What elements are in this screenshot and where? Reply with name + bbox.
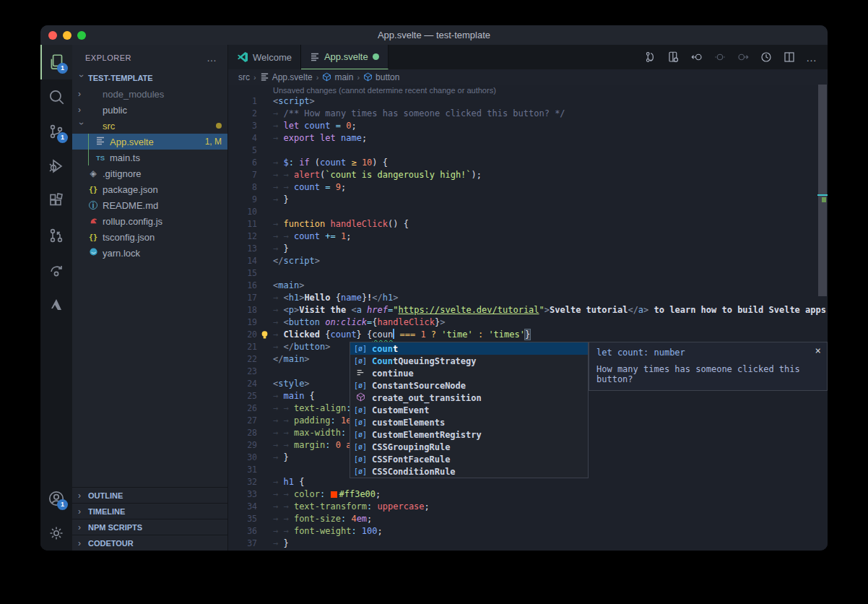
section-codetour[interactable]: ›CODETOUR bbox=[72, 535, 227, 551]
suggestion-cssfontfacerule[interactable]: [ø]CSSFontFaceRule bbox=[350, 453, 588, 465]
breadcrumb-src[interactable]: src bbox=[238, 72, 250, 82]
compare-commits-icon[interactable] bbox=[644, 51, 657, 64]
code-line-10[interactable]: 10 bbox=[228, 206, 828, 218]
activity-pull-request-icon[interactable] bbox=[40, 218, 72, 253]
code-line-19[interactable]: 19→ <button on:click={handleClick}> bbox=[228, 316, 828, 329]
json-file-icon: {} bbox=[87, 232, 100, 242]
change-dot-icon[interactable] bbox=[713, 51, 726, 64]
tree-item-package-json[interactable]: {}package.json bbox=[72, 181, 227, 197]
activity-azure-icon[interactable] bbox=[40, 288, 72, 322]
tree-item--gitignore[interactable]: ◈.gitignore bbox=[72, 165, 227, 181]
tree-item-rollup-config-js[interactable]: rollup.config.js bbox=[72, 213, 227, 229]
tree-item-app-svelte[interactable]: App.svelte1, M bbox=[72, 134, 227, 150]
activity-live-share-icon[interactable] bbox=[40, 253, 72, 288]
code-line-33[interactable]: 33→ → color: #ff3e00; bbox=[228, 488, 828, 501]
symbol-var-icon: [ø] bbox=[353, 418, 368, 426]
activity-extensions-icon[interactable] bbox=[40, 184, 72, 218]
activity-files-icon[interactable]: 1 bbox=[40, 45, 72, 79]
suggestion-continue[interactable]: continue bbox=[350, 367, 588, 379]
breadcrumb-button[interactable]: button bbox=[363, 72, 399, 82]
code-line-7[interactable]: 7→ → alert(`count is dangerously high!`)… bbox=[228, 169, 828, 181]
pull-request-icon bbox=[48, 227, 65, 244]
suggestion-customelements[interactable]: [ø]customElements bbox=[350, 416, 588, 428]
suggestion-customelementregistry[interactable]: [ø]CustomElementRegistry bbox=[350, 428, 588, 441]
section-timeline[interactable]: ›TIMELINE bbox=[72, 503, 227, 519]
activity-source-control-icon[interactable]: 1 bbox=[40, 114, 72, 149]
suggestion-create_out_transition[interactable]: create_out_transition bbox=[350, 392, 588, 404]
tree-item-yarn-lock[interactable]: yarn.lock bbox=[72, 245, 227, 261]
code-line-2[interactable]: 2→ /** How many times has someone clicke… bbox=[228, 108, 828, 120]
color-swatch[interactable] bbox=[331, 491, 337, 498]
svelte-file-icon bbox=[310, 52, 320, 62]
split-editor-icon[interactable] bbox=[783, 51, 796, 64]
code-line-4[interactable]: 4→ export let name; bbox=[228, 132, 828, 144]
previous-change-icon[interactable] bbox=[690, 51, 703, 64]
more-actions-icon[interactable]: … bbox=[806, 51, 817, 64]
suggestion-label: CSSFontFaceRule bbox=[372, 454, 450, 465]
indent-guide bbox=[88, 134, 89, 165]
suggestion-cssconditionrule[interactable]: [ø]CSSConditionRule bbox=[350, 465, 588, 478]
suggestion-cssgroupingrule[interactable]: [ø]CSSGroupingRule bbox=[350, 441, 588, 453]
open-changes-icon[interactable] bbox=[667, 51, 680, 64]
modified-dot bbox=[216, 123, 222, 129]
tree-item-label: yarn.lock bbox=[103, 248, 222, 259]
activity-search-icon[interactable] bbox=[40, 79, 72, 114]
line-number: 1 bbox=[228, 95, 257, 108]
tree-item-tsconfig-json[interactable]: {}tsconfig.json bbox=[72, 229, 227, 245]
code-line-35[interactable]: 35→ → font-size: 4em; bbox=[228, 513, 828, 525]
code-editor[interactable]: Unsaved changes (cannot determine recent… bbox=[228, 85, 828, 551]
tree-item-main-ts[interactable]: TSmain.ts bbox=[72, 150, 227, 165]
tree-item-readme-md[interactable]: iREADME.md bbox=[72, 197, 227, 213]
suggestion-customevent[interactable]: [ø]CustomEvent bbox=[350, 404, 588, 416]
section-test-template[interactable]: › TEST-TEMPLATE bbox=[72, 70, 227, 86]
typescript-file-icon: TS bbox=[94, 152, 107, 163]
code-line-3[interactable]: 3→ let count = 0; bbox=[228, 120, 828, 132]
code-line-17[interactable]: 17→ <h1>Hello {name}!</h1> bbox=[228, 292, 828, 304]
tree-item-public[interactable]: ›public bbox=[72, 102, 227, 118]
code-line-16[interactable]: 16<main> bbox=[228, 280, 828, 292]
suggestion-label: CustomElementRegistry bbox=[372, 430, 482, 440]
suggestion-countqueuingstrategy[interactable]: [ø]CountQueuingStrategy bbox=[350, 355, 588, 367]
explorer-more-actions-icon[interactable]: … bbox=[207, 52, 217, 64]
azure-icon bbox=[48, 296, 65, 314]
section-outline[interactable]: ›OUTLINE bbox=[72, 487, 227, 503]
file-history-icon[interactable] bbox=[760, 51, 773, 64]
suggestion-label: customElements bbox=[372, 418, 445, 428]
vertical-scrollbar[interactable] bbox=[817, 85, 828, 551]
code-line-20[interactable]: 20→ Clicked {count} {coun === 1 ? 'time'… bbox=[228, 329, 828, 341]
code-line-9[interactable]: 9→ } bbox=[228, 194, 828, 206]
activity-account-icon[interactable]: 1 bbox=[40, 481, 72, 516]
activity-run-debug-icon[interactable] bbox=[40, 149, 72, 184]
title-bar[interactable]: App.svelte — test-template bbox=[40, 25, 828, 45]
suggestion-constantsourcenode[interactable]: [ø]ConstantSourceNode bbox=[350, 379, 588, 392]
symbol-var-icon: [ø] bbox=[353, 406, 368, 414]
tree-item-src[interactable]: ›src bbox=[72, 118, 227, 134]
extensions-icon bbox=[48, 192, 65, 210]
code-line-34[interactable]: 34→ → text-transform: uppercase; bbox=[228, 501, 828, 513]
code-line-12[interactable]: 12→ → count += 1; bbox=[228, 230, 828, 243]
breadcrumb-main[interactable]: main bbox=[322, 72, 353, 82]
code-line-1[interactable]: 1<script> bbox=[228, 95, 828, 108]
next-change-icon[interactable] bbox=[737, 51, 750, 64]
code-line-6[interactable]: 6→ $: if (count ≥ 10) { bbox=[228, 157, 828, 169]
code-line-13[interactable]: 13→ } bbox=[228, 243, 828, 255]
code-line-18[interactable]: 18→ <p>Visit the <a href="https://svelte… bbox=[228, 304, 828, 316]
activity-settings-gear-icon[interactable] bbox=[40, 516, 72, 551]
tree-item-node-modules[interactable]: ›node_modules bbox=[72, 86, 227, 102]
code-line-8[interactable]: 8→ → count = 9; bbox=[228, 181, 828, 194]
close-icon[interactable]: × bbox=[815, 345, 821, 356]
tab-app-svelte[interactable]: App.svelte bbox=[301, 45, 389, 69]
explorer-header: EXPLORER bbox=[85, 53, 131, 62]
code-line-37[interactable]: 37→ } bbox=[228, 538, 828, 550]
code-line-15[interactable]: 15 bbox=[228, 267, 828, 280]
code-line-11[interactable]: 11→ function handleClick() { bbox=[228, 218, 828, 230]
suggestion-count[interactable]: [ø]count bbox=[350, 342, 588, 355]
code-line-5[interactable]: 5 bbox=[228, 144, 828, 157]
scrollbar-thumb[interactable] bbox=[818, 85, 827, 296]
breadcrumb-app-svelte[interactable]: App.svelte bbox=[260, 72, 313, 82]
line-number: 32 bbox=[228, 476, 257, 488]
section-npm-scripts[interactable]: ›NPM SCRIPTS bbox=[72, 519, 227, 535]
code-line-36[interactable]: 36→ → font-weight: 100; bbox=[228, 525, 828, 538]
code-line-14[interactable]: 14</script> bbox=[228, 255, 828, 267]
tab-welcome[interactable]: Welcome bbox=[228, 45, 301, 69]
